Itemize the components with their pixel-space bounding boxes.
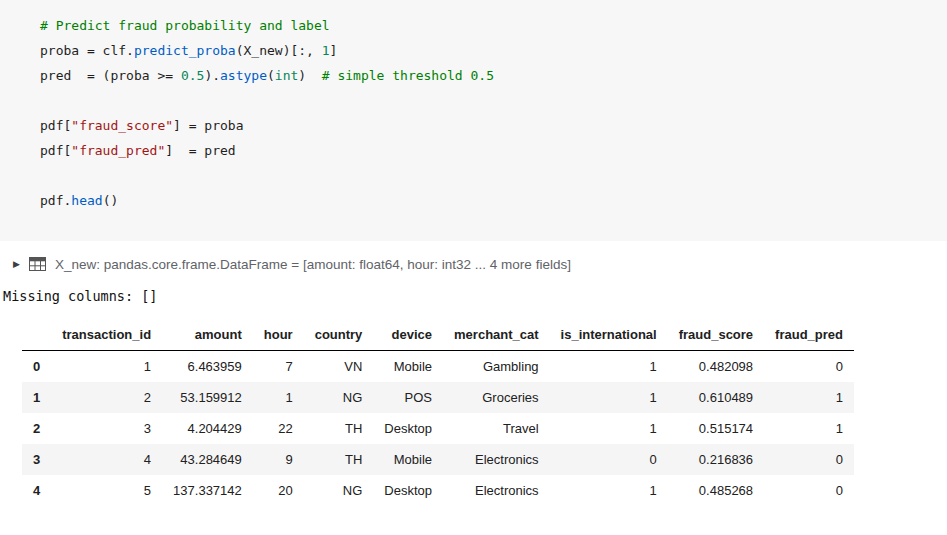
- code-line: # Predict fraud probability and label: [40, 13, 947, 38]
- code-token-str: "fraud_score": [71, 118, 173, 133]
- dataframe-table: transaction_idamounthourcountrydevicemer…: [22, 319, 854, 506]
- code-token-plain: proba = clf.: [40, 43, 134, 58]
- column-header-device: device: [373, 319, 443, 351]
- missing-columns-text: Missing columns: []: [0, 288, 947, 304]
- disclosure-triangle-icon[interactable]: ▶: [13, 259, 29, 269]
- table-cell-fraud_pred: 0: [764, 475, 854, 506]
- table-cell-fraud_score: 0.482098: [668, 351, 764, 383]
- dataframe-summary-text: X_new: pandas.core.frame.DataFrame = [am…: [55, 257, 571, 272]
- table-cell-country: NG: [304, 382, 374, 413]
- row-index: 4: [22, 475, 51, 506]
- code-token-func: astype: [220, 68, 267, 83]
- index-column-header: [22, 319, 51, 351]
- table-cell-country: TH: [304, 444, 374, 475]
- row-index: 3: [22, 444, 51, 475]
- table-row: 234.20442922THDesktopTravel10.5151741: [22, 413, 854, 444]
- code-token-plain: (X_new)[:,: [236, 43, 322, 58]
- table-cell-fraud_score: 0.485268: [668, 475, 764, 506]
- column-header-merchant_cat: merchant_cat: [443, 319, 550, 351]
- code-line: pred = (proba >= 0.5).astype(int) # simp…: [40, 63, 947, 88]
- header-row: transaction_idamounthourcountrydevicemer…: [22, 319, 854, 351]
- column-header-amount: amount: [162, 319, 253, 351]
- table-cell-hour: 22: [253, 413, 304, 444]
- table-cell-fraud_pred: 1: [764, 382, 854, 413]
- code-token-func: head: [71, 193, 102, 208]
- table-cell-transaction_id: 3: [51, 413, 162, 444]
- notebook-page: # Predict fraud probability and labelpro…: [0, 0, 947, 506]
- table-cell-fraud_pred: 0: [764, 351, 854, 383]
- table-cell-fraud_score: 0.610489: [668, 382, 764, 413]
- table-cell-amount: 6.463959: [162, 351, 253, 383]
- code-token-plain: pred = (proba >=: [40, 68, 181, 83]
- output-area: ▶ X_new: pandas.core.frame.DataFrame = […: [0, 241, 947, 506]
- table-cell-amount: 4.204429: [162, 413, 253, 444]
- table-cell-merchant_cat: Travel: [443, 413, 550, 444]
- code-token-plain: pdf.: [40, 193, 71, 208]
- code-token-plain: pdf[: [40, 118, 71, 133]
- code-cell[interactable]: # Predict fraud probability and labelpro…: [0, 0, 947, 241]
- dataframe-summary-row[interactable]: ▶ X_new: pandas.core.frame.DataFrame = […: [0, 253, 947, 275]
- code-token-plain: ] = proba: [173, 118, 243, 133]
- table-cell-device: Desktop: [373, 475, 443, 506]
- table-cell-merchant_cat: Electronics: [443, 444, 550, 475]
- column-header-is_international: is_international: [550, 319, 668, 351]
- code-token-plain: ).: [204, 68, 220, 83]
- table-cell-transaction_id: 2: [51, 382, 162, 413]
- code-line: proba = clf.predict_proba(X_new)[:, 1]: [40, 38, 947, 63]
- table-cell-is_international: 1: [550, 382, 668, 413]
- code-editor[interactable]: # Predict fraud probability and labelpro…: [40, 13, 947, 213]
- code-token-str: "fraud_pred": [71, 143, 165, 158]
- table-cell-is_international: 1: [550, 475, 668, 506]
- column-header-country: country: [304, 319, 374, 351]
- row-index: 0: [22, 351, 51, 383]
- code-line: [40, 163, 947, 188]
- table-row: 45137.33714220NGDesktopElectronics10.485…: [22, 475, 854, 506]
- code-token-builtin: int: [275, 68, 298, 83]
- column-header-hour: hour: [253, 319, 304, 351]
- table-cell-transaction_id: 1: [51, 351, 162, 383]
- table-cell-amount: 43.284649: [162, 444, 253, 475]
- table-row: 1253.1599121NGPOSGroceries10.6104891: [22, 382, 854, 413]
- table-cell-merchant_cat: Electronics: [443, 475, 550, 506]
- code-line: [40, 88, 947, 113]
- table-cell-country: VN: [304, 351, 374, 383]
- table-cell-is_international: 1: [550, 413, 668, 444]
- table-cell-merchant_cat: Gambling: [443, 351, 550, 383]
- code-token-plain: pdf[: [40, 143, 71, 158]
- table-cell-fraud_score: 0.216836: [668, 444, 764, 475]
- column-header-fraud_score: fraud_score: [668, 319, 764, 351]
- column-header-fraud_pred: fraud_pred: [764, 319, 854, 351]
- table-row: 016.4639597VNMobileGambling10.4820980: [22, 351, 854, 383]
- dataframe-table-body: 016.4639597VNMobileGambling10.4820980125…: [22, 351, 854, 507]
- table-cell-is_international: 1: [550, 351, 668, 383]
- code-line: pdf["fraud_pred"] = pred: [40, 138, 947, 163]
- column-header-transaction_id: transaction_id: [51, 319, 162, 351]
- table-cell-hour: 9: [253, 444, 304, 475]
- row-index: 1: [22, 382, 51, 413]
- code-token-comment: # Predict fraud probability and label: [40, 18, 330, 33]
- table-cell-merchant_cat: Groceries: [443, 382, 550, 413]
- table-cell-fraud_pred: 0: [764, 444, 854, 475]
- table-cell-device: Desktop: [373, 413, 443, 444]
- table-icon: [29, 257, 46, 271]
- code-token-num: 1: [322, 43, 330, 58]
- table-cell-hour: 1: [253, 382, 304, 413]
- code-token-plain: ): [298, 68, 321, 83]
- table-cell-fraud_pred: 1: [764, 413, 854, 444]
- code-token-plain: ]: [330, 43, 338, 58]
- table-cell-device: Mobile: [373, 351, 443, 383]
- code-token-num: 0.5: [181, 68, 204, 83]
- table-cell-amount: 53.159912: [162, 382, 253, 413]
- code-token-plain: (): [103, 193, 119, 208]
- row-index: 2: [22, 413, 51, 444]
- table-cell-transaction_id: 4: [51, 444, 162, 475]
- code-line: pdf.head(): [40, 188, 947, 213]
- table-cell-device: POS: [373, 382, 443, 413]
- table-row: 3443.2846499THMobileElectronics00.216836…: [22, 444, 854, 475]
- code-token-plain: (: [267, 68, 275, 83]
- table-cell-transaction_id: 5: [51, 475, 162, 506]
- table-cell-hour: 20: [253, 475, 304, 506]
- code-line: pdf["fraud_score"] = proba: [40, 113, 947, 138]
- table-cell-is_international: 0: [550, 444, 668, 475]
- code-token-comment: # simple threshold 0.5: [322, 68, 494, 83]
